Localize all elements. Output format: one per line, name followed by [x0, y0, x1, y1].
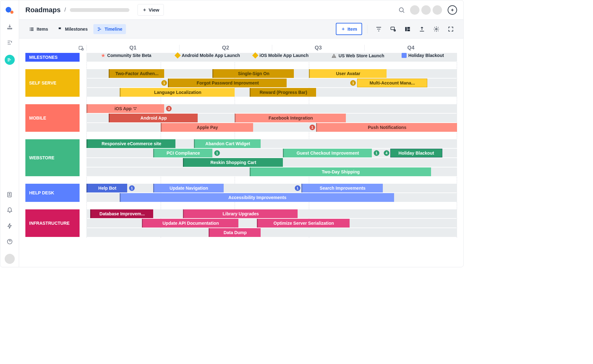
export-icon[interactable] [416, 24, 428, 34]
bar-reskin-cart[interactable]: Reskin Shopping Cart [183, 158, 283, 167]
layout-icon[interactable] [401, 24, 414, 34]
bar-user-avatar[interactable]: User Avatar [309, 69, 387, 78]
diamond-icon [252, 52, 258, 59]
search-icon[interactable] [398, 7, 405, 13]
bar-db-improve[interactable]: Database Improvem... [90, 209, 153, 218]
bar-pci[interactable]: PCI Compliance [153, 149, 212, 157]
bar-search-imp[interactable]: Search Improvements [301, 184, 383, 192]
timeline-row: Help Bot 1 Update Navigation 1 Search Im… [86, 184, 457, 192]
app-frame: Roadmaps / ＋ View Items Milestones [0, 0, 464, 267]
add-collaborator-button[interactable] [448, 5, 457, 15]
svg-point-20 [436, 28, 437, 30]
bar-two-factor[interactable]: Two-Factor Authen... [109, 69, 164, 78]
milestone-item[interactable]: US Web Store Launch [331, 53, 384, 59]
add-view-label: View [149, 7, 159, 13]
plus-icon: ＋ [341, 26, 346, 32]
svg-point-3 [9, 193, 10, 194]
tab-milestones-label: Milestones [65, 27, 88, 32]
svg-rect-8 [30, 30, 30, 31]
dep-badge[interactable]: 1 [129, 185, 135, 191]
bar-help-bot[interactable]: Help Bot [86, 184, 127, 192]
bar-update-nav[interactable]: Update Navigation [153, 184, 224, 192]
roadmap-icon[interactable] [5, 55, 15, 65]
svg-point-5 [399, 8, 403, 12]
bar-api-docs[interactable]: Update API Documentation [142, 219, 238, 228]
bar-forgot-password[interactable]: Forgot Password Improvment [168, 79, 287, 87]
bar-push-notifications[interactable]: Push Notifications [316, 123, 457, 132]
contacts-icon[interactable] [6, 191, 13, 198]
bar-ios-app[interactable]: iOS App [86, 104, 164, 113]
lane-help-desk: HELP DESK Help Bot 1 Update Navigation 1… [25, 184, 457, 203]
plus-icon: ＋ [142, 7, 147, 13]
dep-badge[interactable]: 1 [350, 80, 356, 86]
dep-badge[interactable]: 4 [384, 150, 389, 156]
bar-reward[interactable]: Reward (Progress Bar) [250, 88, 316, 97]
dep-badge[interactable]: 1 [161, 80, 167, 86]
help-icon[interactable] [6, 238, 13, 245]
diamond-icon [174, 52, 181, 59]
list-progress-icon[interactable] [6, 39, 13, 46]
bar-accessibility[interactable]: Accessibility Improvements [120, 193, 394, 202]
bar-two-day-ship[interactable]: Two-Day Shipping [250, 167, 431, 176]
tab-milestones[interactable]: Milestones [54, 24, 91, 34]
bell-icon[interactable] [6, 207, 13, 214]
lane-header-mobile[interactable]: MOBILE [25, 104, 80, 132]
timeline-row: Update API Documentation Optimize Server… [86, 219, 457, 228]
fullscreen-icon[interactable] [445, 24, 457, 34]
lightning-icon[interactable] [6, 223, 13, 229]
bar-responsive-ecom[interactable]: Responsive eCommerce site [86, 139, 175, 148]
user-avatar[interactable] [5, 254, 15, 264]
collaborator-avatar[interactable] [410, 5, 419, 15]
bar-abandon-cart[interactable]: Abandon Cart Widget [194, 139, 261, 148]
dep-badge[interactable]: 1 [310, 125, 315, 130]
bar-data-dump[interactable]: Data Dump [209, 228, 261, 237]
subtask-icon [133, 107, 137, 110]
download-icon[interactable] [6, 23, 13, 30]
collaborator-avatar[interactable] [433, 5, 442, 15]
milestone-item[interactable]: Holiday Blackout [402, 53, 444, 58]
lane-header-self-serve[interactable]: SELF SERVE [25, 69, 80, 97]
tab-timeline[interactable]: Timeline [93, 24, 126, 34]
app-logo[interactable] [5, 6, 14, 15]
svg-rect-27 [134, 109, 136, 110]
roadmap-name-placeholder[interactable] [70, 8, 129, 12]
calendar-settings-icon[interactable] [78, 45, 84, 51]
dep-badge[interactable]: 3 [166, 106, 172, 111]
bar-apple-pay[interactable]: Apple Pay [161, 123, 253, 132]
filter-icon[interactable] [372, 24, 385, 34]
bar-holiday-blackout[interactable]: Holiday Blackout [390, 149, 442, 157]
dep-badge[interactable]: 1 [214, 150, 220, 156]
bar-android-app[interactable]: Android App [109, 114, 198, 122]
bar-guest-checkout[interactable]: Guest Checkout Improvement [283, 149, 372, 157]
collaborator-avatar[interactable] [421, 5, 431, 15]
milestone-item[interactable]: ★ Community Site Beta [101, 53, 151, 58]
bar-multi-account[interactable]: Multi-Account Mana... [357, 79, 428, 87]
page-title: Roadmaps [25, 6, 60, 14]
milestone-label: iOS Mobile App Launch [259, 53, 309, 58]
tab-items[interactable]: Items [25, 24, 52, 34]
bar-sso[interactable]: Single-Sign On [212, 69, 294, 78]
dep-badge[interactable]: 1 [374, 150, 379, 156]
timeline-row: Two-Factor Authen... Single-Sign On User… [86, 69, 457, 78]
bar-opt-serialization[interactable]: Optimize Server Serialization [257, 219, 350, 228]
add-item-button[interactable]: ＋ Item [336, 23, 362, 35]
lane-header-milestones[interactable]: MILESTONES [25, 53, 80, 62]
milestone-label: US Web Store Launch [339, 53, 384, 58]
lane-header-webstore[interactable]: WEBSTORE [25, 139, 80, 176]
axis-q1: Q1 [86, 45, 179, 51]
lane-header-help-desk[interactable]: HELP DESK [25, 184, 80, 202]
lane-header-infrastructure[interactable]: INFRASTRUCTURE [25, 209, 80, 237]
gear-icon[interactable] [430, 24, 443, 34]
bar-label: iOS App [114, 106, 132, 111]
svg-rect-19 [407, 29, 410, 31]
link-filter-icon[interactable] [387, 24, 399, 34]
bar-lib-upgrades[interactable]: Library Upgrades [183, 209, 298, 218]
bar-facebook-integration[interactable]: Facebook Integration [235, 114, 346, 122]
bar-language-loc[interactable]: Language Localization [120, 88, 235, 97]
add-view-button[interactable]: ＋ View [138, 4, 164, 16]
dep-badge[interactable]: 1 [295, 185, 300, 191]
milestone-item[interactable]: iOS Mobile App Launch [253, 53, 309, 58]
milestone-item[interactable]: Android Mobile App Launch [175, 53, 240, 58]
timeline-row: Database Improvem... Library Upgrades [86, 209, 457, 218]
svg-rect-11 [31, 30, 34, 31]
